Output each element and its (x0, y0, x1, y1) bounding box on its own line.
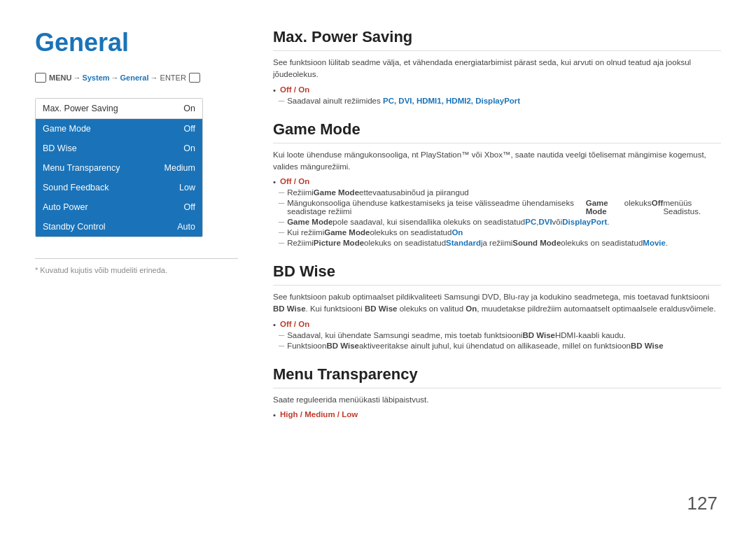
general-word: General (120, 73, 149, 82)
bullet-dot: • (273, 411, 276, 419)
menu-item-label: Menu Transparency (43, 163, 120, 173)
menu-item-value: On (183, 104, 195, 113)
bullet-dot: • (273, 321, 276, 329)
section-title-max-power-saving: Max. Power Saving (273, 28, 721, 51)
menu-item-3[interactable]: Menu TransparencyMedium (36, 158, 202, 178)
dash-game-5: Režiimi Picture Mode olekuks on seadista… (273, 239, 721, 247)
menu-item-value: On (183, 143, 195, 153)
section-menu-transparency: Menu Transparency Saate reguleerida menü… (273, 365, 721, 419)
main-content: Max. Power Saving See funktsioon lülitab… (259, 28, 721, 513)
dash-bd-1: Saadaval, kui ühendate Samsungi seadme, … (273, 331, 721, 339)
system-word: System (82, 73, 109, 82)
menu-item-value: Off (184, 124, 195, 134)
menu-word: MENU (49, 73, 71, 82)
dash-game-3: Game Mode pole saadaval, kui sisendallik… (273, 218, 721, 226)
menu-item-label: Auto Power (43, 202, 88, 212)
section-max-power-saving: Max. Power Saving See funktsioon lülitab… (273, 28, 721, 105)
menu-item-value: Low (179, 183, 195, 192)
page-number: 127 (687, 493, 718, 514)
section-title-game-mode: Game Mode (273, 120, 721, 143)
section-title-bd-wise: BD Wise (273, 262, 721, 286)
menu-item-value: Medium (164, 163, 195, 173)
section-desc-max-power-saving: See funktsioon lülitab seadme välja, et … (273, 57, 721, 81)
menu-item-value: Off (184, 202, 195, 212)
bullet-dot: • (273, 178, 276, 186)
menu-item-label: Sound Feedback (43, 183, 109, 192)
menu-item-label: Standby Control (43, 222, 106, 232)
menu-item-value: Auto (177, 222, 195, 232)
menu-item-label: Max. Power Saving (43, 104, 118, 113)
section-title-menu-transparency: Menu Transparency (273, 365, 721, 388)
bullet-off-on-power: • Off / On (273, 85, 721, 94)
menu-item-2[interactable]: BD WiseOn (36, 139, 202, 158)
dash-available-ports: Saadaval ainult režiimides PC, DVI, HDMI… (273, 97, 721, 105)
bullet-dot: • (273, 86, 276, 94)
section-desc-menu-transparency: Saate reguleerida menüükasti läbipaistvu… (273, 394, 721, 406)
dash-game-1: Režiimi Game Mode ettevaatusabinõud ja p… (273, 188, 721, 197)
dash-game-2: Mängukonsooliga ühenduse katkestamiseks … (273, 199, 721, 216)
menu-list: Max. Power SavingOnGame ModeOffBD WiseOn… (35, 98, 203, 237)
section-game-mode: Game Mode Kui loote ühenduse mängukonsoo… (273, 120, 721, 248)
menu-item-label: Game Mode (43, 124, 91, 134)
dash-bd-2: Funktsioon BD Wise aktiveeritakse ainult… (273, 342, 721, 350)
sidebar-note: Kuvatud kujutis võib mudeliti erineda. (35, 258, 238, 274)
menu-item-4[interactable]: Sound FeedbackLow (36, 178, 202, 197)
enter-icon (189, 73, 200, 83)
bullet-high-medium-low: • High / Medium / Low (273, 410, 721, 419)
menu-item-5[interactable]: Auto PowerOff (36, 197, 202, 217)
menu-icon (35, 73, 46, 83)
menu-item-label: BD Wise (43, 143, 77, 153)
dash-game-4: Kui režiimi Game Mode olekuks on seadist… (273, 228, 721, 237)
section-bd-wise: BD Wise See funktsioon pakub optimaalset… (273, 262, 721, 350)
bullet-off-on-game: • Off / On (273, 177, 721, 186)
menu-item-6[interactable]: Standby ControlAuto (36, 217, 202, 237)
game-options: Off / On (280, 177, 309, 185)
sidebar: General MENU → System → General → ENTER … (35, 28, 259, 513)
menu-item-1[interactable]: Game ModeOff (36, 119, 202, 139)
sidebar-title: General (35, 28, 238, 57)
section-desc-bd-wise: See funktsioon pakub optimaalset pildikv… (273, 291, 721, 316)
bullet-off-on-bd: • Off / On (273, 320, 721, 329)
menu-item-0[interactable]: Max. Power SavingOn (36, 99, 202, 119)
bd-options: Off / On (280, 320, 309, 328)
section-desc-game-mode: Kui loote ühenduse mängukonsooliga, nt P… (273, 149, 721, 174)
transparency-options: High / Medium / Low (280, 410, 358, 419)
menu-path: MENU → System → General → ENTER (35, 73, 238, 83)
power-options: Off / On (280, 85, 309, 94)
